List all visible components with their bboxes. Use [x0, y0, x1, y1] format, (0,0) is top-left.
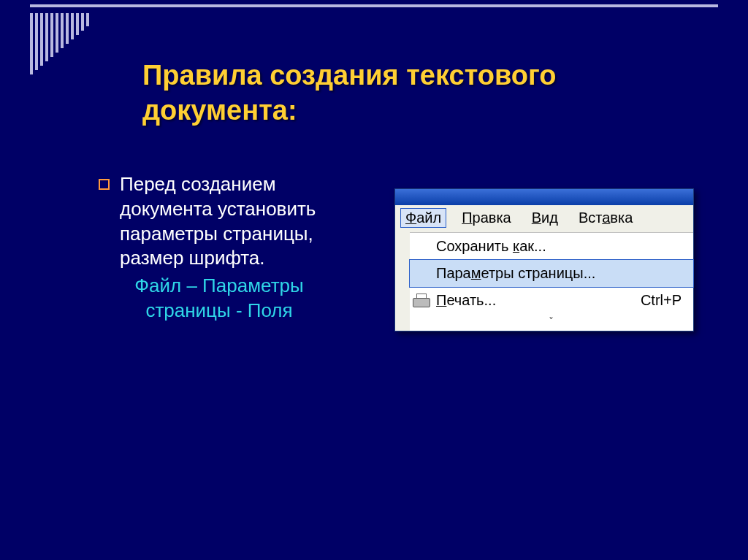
app-window: Файл Правка Вид Вставка Сохранить как...…: [394, 188, 694, 331]
body-text: Перед созданием документа установить пар…: [120, 172, 340, 271]
expand-chevron-icon[interactable]: ˅: [410, 314, 693, 331]
file-dropdown: Сохранить как... Параметры страницы... П…: [410, 232, 693, 331]
highlight-text: Файл – Параметры страницы - Поля: [99, 274, 340, 323]
slide-title: Правила создания текстового документа:: [142, 58, 704, 128]
printer-icon: [413, 294, 430, 308]
menu-item-save-as[interactable]: Сохранить как...: [410, 233, 693, 260]
menu-file[interactable]: Файл: [400, 208, 446, 228]
decorative-stripes: [30, 13, 89, 74]
menu-edit[interactable]: Правка: [462, 210, 511, 226]
window-titlebar[interactable]: [395, 189, 693, 205]
shortcut-label: Ctrl+P: [619, 292, 682, 309]
top-rule: [30, 4, 718, 7]
slide-body: Перед созданием документа установить пар…: [99, 172, 340, 323]
menu-insert[interactable]: Вставка: [579, 210, 633, 226]
menu-item-print[interactable]: Печать... Ctrl+P: [410, 287, 693, 314]
menu-item-page-setup[interactable]: Параметры страницы...: [409, 259, 694, 288]
menu-view[interactable]: Вид: [532, 210, 558, 226]
bullet-icon: [99, 179, 110, 190]
menubar: Файл Правка Вид Вставка: [395, 205, 693, 232]
